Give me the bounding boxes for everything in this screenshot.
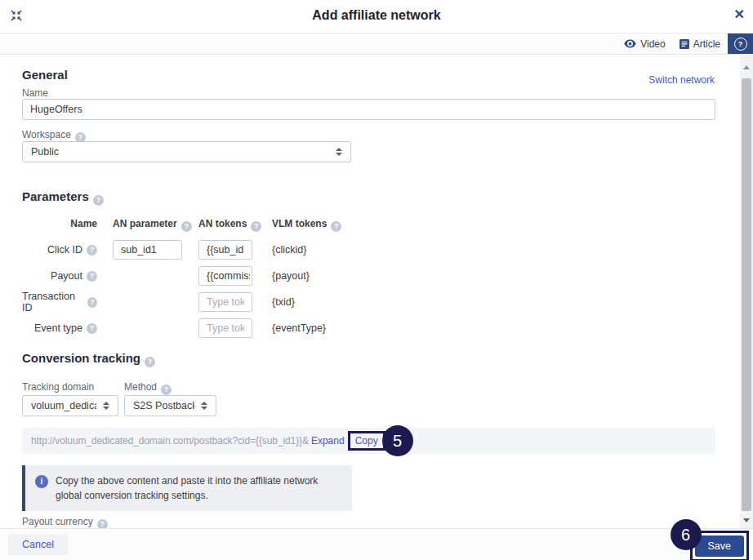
event-type-an-token-input[interactable]	[198, 318, 252, 338]
help-icon[interactable]: ?	[181, 221, 192, 232]
sort-arrows-icon	[336, 148, 342, 156]
column-header-an-parameter-text: AN parameter	[113, 218, 177, 229]
column-header-an-parameter: AN parameter?	[113, 218, 192, 232]
scrollbar-thumb[interactable]	[742, 78, 751, 511]
conversion-tracking-heading: Conversion tracking?	[22, 351, 155, 367]
help-icon[interactable]: ?	[93, 195, 104, 206]
payout-vlm-token: {payout}	[272, 266, 310, 286]
scroll-up-arrow-icon[interactable]	[743, 65, 750, 69]
row-label-click-id: Click ID?	[22, 240, 97, 260]
help-icon[interactable]: ?	[331, 221, 341, 232]
row-label-text: Event type	[34, 322, 82, 334]
help-icon[interactable]: ?	[251, 221, 261, 232]
tracking-domain-selected-value: voluum_dedicat...	[31, 400, 96, 411]
postback-url-text: http://voluum_dedicated_domain.com/postb…	[31, 435, 309, 447]
help-button[interactable]: ?	[728, 33, 753, 54]
method-label-text: Method	[124, 381, 157, 393]
vertical-scrollbar[interactable]	[740, 54, 753, 529]
payout-an-token-input[interactable]	[198, 266, 252, 286]
info-icon: i	[35, 475, 48, 488]
postback-url-box: http://voluum_dedicated_domain.com/postb…	[22, 428, 715, 454]
dialog-footer: Cancel Save 6	[0, 528, 753, 560]
transaction-id-an-token-input[interactable]	[198, 292, 252, 312]
eye-icon	[624, 39, 636, 48]
dialog-header: Add affiliate network ✕	[0, 0, 753, 33]
row-label-transaction-id: Transaction ID?	[22, 292, 97, 312]
help-icon[interactable]: ?	[161, 384, 172, 395]
tracking-domain-label: Tracking domain	[22, 381, 94, 393]
info-box: i Copy the above content and paste it in…	[22, 465, 352, 511]
help-icon[interactable]: ?	[87, 297, 97, 308]
column-header-name: Name	[22, 218, 97, 229]
help-icon[interactable]: ?	[87, 245, 97, 256]
expand-link[interactable]: Expand	[311, 435, 345, 447]
help-icon[interactable]: ?	[87, 323, 97, 334]
annotation-step-badge-5: 5	[382, 425, 413, 456]
annotation-step-badge-6: 6	[671, 519, 702, 550]
event-type-vlm-token: {eventType}	[272, 318, 326, 338]
copy-link[interactable]: Copy	[355, 435, 378, 447]
help-toolbar: Video Article ?	[0, 33, 753, 55]
copy-annotation-outline: Copy 5	[348, 431, 385, 451]
article-link-label: Article	[693, 38, 720, 50]
click-id-an-parameter-input[interactable]	[113, 240, 182, 260]
workspace-label-text: Workspace	[22, 129, 71, 140]
column-header-vlm-tokens-text: VLM tokens	[272, 218, 327, 229]
help-icon[interactable]: ?	[145, 357, 155, 367]
transaction-id-vlm-token: {txid}	[272, 292, 295, 312]
payout-currency-label-text: Payout currency	[22, 516, 93, 527]
article-icon	[679, 39, 689, 49]
help-icon[interactable]: ?	[87, 271, 97, 282]
conversion-tracking-heading-text: Conversion tracking	[22, 351, 140, 365]
cancel-button[interactable]: Cancel	[8, 534, 68, 555]
parameters-heading-text: Parameters	[22, 189, 89, 203]
circled-question-icon: ?	[734, 38, 747, 51]
save-annotation-outline: Save 6	[690, 531, 750, 560]
row-label-text: Transaction ID	[22, 291, 83, 313]
click-id-vlm-token: {clickid}	[272, 240, 306, 260]
row-label-payout: Payout?	[22, 266, 97, 286]
column-header-an-tokens: AN tokens?	[198, 218, 261, 232]
article-link[interactable]: Article	[679, 38, 720, 50]
method-label: Method?	[124, 381, 172, 395]
tracking-domain-select[interactable]: voluum_dedicat...	[22, 395, 118, 416]
general-heading: General	[22, 68, 68, 82]
workspace-selected-value: Public	[31, 146, 59, 158]
name-input[interactable]	[22, 99, 715, 120]
add-affiliate-network-dialog: Add affiliate network ✕ Video Article ? …	[0, 0, 753, 560]
info-text: Copy the above content and paste it into…	[56, 473, 327, 503]
method-select[interactable]: S2S Postback U...	[124, 395, 216, 416]
switch-network-link[interactable]: Switch network	[648, 74, 715, 86]
sort-arrows-icon	[201, 402, 207, 410]
parameters-heading: Parameters?	[22, 189, 104, 206]
video-link[interactable]: Video	[624, 38, 665, 50]
row-label-event-type: Event type?	[22, 318, 97, 338]
column-header-vlm-tokens: VLM tokens?	[272, 218, 341, 232]
help-links: Video Article	[624, 33, 720, 54]
workspace-select[interactable]: Public	[22, 141, 351, 162]
column-header-an-tokens-text: AN tokens	[198, 218, 247, 229]
scroll-down-arrow-icon[interactable]	[743, 518, 750, 522]
video-link-label: Video	[640, 38, 665, 50]
name-label: Name	[22, 87, 48, 99]
row-label-text: Payout	[51, 270, 82, 282]
save-button[interactable]: Save	[695, 536, 745, 557]
dialog-title: Add affiliate network	[0, 8, 753, 23]
row-label-text: Click ID	[47, 244, 82, 256]
sort-arrows-icon	[103, 402, 109, 410]
method-selected-value: S2S Postback U...	[133, 400, 194, 411]
click-id-an-token-input[interactable]	[198, 240, 252, 260]
close-icon[interactable]: ✕	[734, 7, 745, 23]
